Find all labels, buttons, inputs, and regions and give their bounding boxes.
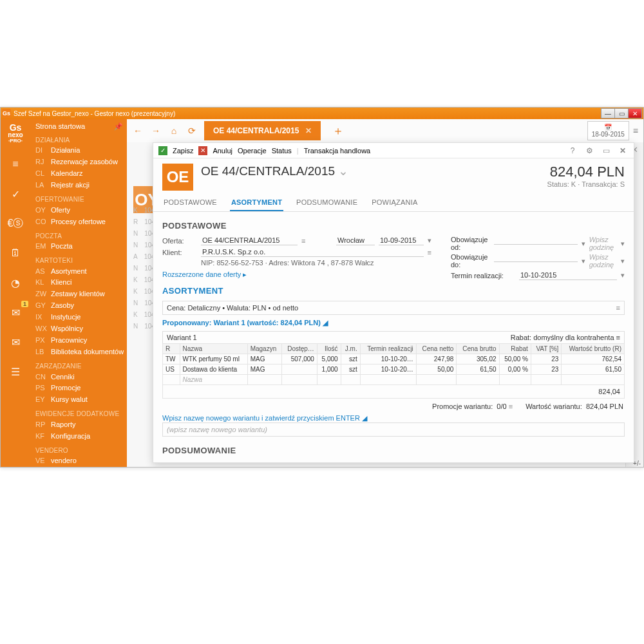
hamburger-icon[interactable]: ≡ [6, 155, 24, 173]
sidebar-item[interactable]: COProcesy ofertowe [35, 216, 127, 228]
sidebar-home[interactable]: Strona startowa [35, 122, 85, 132]
sidebar-item[interactable]: RJRezerwacje zasobów [35, 156, 127, 168]
title-bar: Gs Szef Szef na Gestor_nexo - Gestor nex… [1, 108, 643, 119]
window-buttons: — ▭ ✕ [601, 108, 642, 118]
maximize-button[interactable]: ▭ [614, 108, 629, 118]
sidebar-item[interactable]: RPRaporty [35, 419, 127, 431]
save-button[interactable]: Zapisz [173, 147, 193, 155]
valid-from-field[interactable] [494, 243, 578, 245]
window-title: Szef Szef na Gestor_nexo - Gestor nexo (… [14, 110, 175, 117]
new-variant-hint[interactable]: Wpisz nazwę nowego wariantu i zatwierdź … [162, 414, 625, 422]
deadline-field[interactable]: 10-10-2015 [519, 270, 617, 280]
status-menu[interactable]: Status [272, 147, 292, 155]
table-row[interactable]: TWWTK perfumy 50 mlMAG507,0005,000szt10-… [163, 354, 625, 365]
offer-date-field[interactable]: 10-09-2015 [379, 236, 424, 245]
doc-status-line: Status: K · Transakcja: S [547, 180, 625, 188]
sidebar-item[interactable]: KFKonfiguracja [35, 431, 127, 442]
pin-icon[interactable]: 📌 [114, 122, 123, 132]
section-asort-header: ASORTYMENT [162, 286, 625, 296]
variant-name[interactable]: Wariant 1 [167, 334, 197, 341]
sidebar-item[interactable]: WXWspólnicy [35, 323, 127, 335]
maximize-panel-icon[interactable]: ▭ [600, 146, 612, 155]
new-variant-input[interactable]: (wpisz nazwę nowego wariantu) [162, 422, 625, 437]
operations-menu[interactable]: Operacje [238, 147, 267, 155]
new-tab-icon[interactable]: ＋ [332, 123, 344, 138]
table-row[interactable]: USDostawa do klientaMAG1,000szt10-10-20…… [163, 365, 625, 375]
tab-podstawowe[interactable]: PODSTAWOWE [162, 194, 218, 211]
close-button[interactable]: ✕ [628, 108, 642, 118]
sidebar-item[interactable]: CNCenniki [35, 372, 127, 383]
tab-asortyment[interactable]: ASORTYMENT [230, 194, 283, 211]
tab-podsumowanie[interactable]: PODSUMOWANIE [295, 194, 359, 211]
items-table: RNazwaMagazynDostęp…IlośćJ.m.Termin real… [162, 343, 625, 385]
card-icon[interactable]: ☰ [6, 363, 24, 381]
refresh-icon[interactable]: ⟳ [186, 125, 198, 137]
sidebar-item[interactable]: KLKlienci [35, 277, 127, 289]
sidebar-group-header: EWIDENCJE DODATKOWE [35, 410, 127, 419]
mail-icon[interactable]: ✉ [6, 333, 24, 351]
panel-content: PODSTAWOWE Oferta: OE 44/CENTRALA/2015≡ … [153, 212, 634, 462]
sidebar-item[interactable]: IXInstytucje [35, 312, 127, 323]
sidebar-item[interactable]: CLKalendarz [35, 168, 127, 180]
save-icon[interactable]: ✓ [158, 146, 167, 155]
mail-badge-icon[interactable]: ✉1 [6, 303, 24, 321]
plus-minus-label[interactable]: +/- [633, 460, 641, 467]
valid-to-field[interactable] [494, 260, 578, 262]
doc-title: OE 44/CENTRALA/2015 [201, 164, 335, 178]
check-circle-icon[interactable]: ✓ [6, 185, 24, 203]
sidebar-group-header: POCZTA [35, 232, 127, 242]
city-field[interactable]: Wrocław [336, 236, 375, 245]
sidebar-group-header: OFERTOWANIE [35, 195, 127, 205]
close-panel-icon[interactable]: ✕ [617, 146, 629, 155]
cancel-icon[interactable]: ✕ [198, 146, 207, 155]
active-tab[interactable]: OE 44/CENTRALA/2015✕ [204, 121, 321, 140]
minimize-button[interactable]: — [601, 108, 615, 118]
application-window: Gs Szef Szef na Gestor_nexo - Gestor nex… [0, 107, 644, 468]
sidebar-item[interactable]: LBBiblioteka dokumentów [35, 346, 127, 358]
main-area: ← → ⌂ ⟳ OE 44/CENTRALA/2015✕ ＋ 📅18-09-20… [127, 119, 643, 467]
sidebar-item[interactable]: EMPoczta [35, 241, 127, 252]
home-icon[interactable]: ⌂ [168, 125, 180, 137]
tab-powiazania[interactable]: POWIĄZANIA [370, 194, 419, 211]
euro-icon[interactable]: €ⓢ [6, 214, 24, 232]
section-basic-header: PODSTAWOWE [162, 221, 625, 231]
sidebar-item[interactable]: ASAsortyment [35, 266, 127, 278]
sidebar-item[interactable]: OYOferty [35, 205, 127, 216]
sidebar-item[interactable]: VEvendero [35, 455, 127, 467]
table-total: 824,04 [162, 385, 625, 399]
sidebar-item[interactable]: PSPromocje [35, 383, 127, 394]
client-field[interactable]: P.R.U.S.K. Sp.z o.o. [201, 247, 424, 257]
panel-toolbar: ✓Zapisz ✕Anuluj Operacje Status | Transa… [153, 143, 634, 158]
proposed-variant-link[interactable]: Proponowany: Wariant 1 (wartość: 824,04 … [162, 319, 625, 327]
chevron-down-icon[interactable]: ⌄ [338, 164, 348, 178]
help-icon[interactable]: ? [567, 146, 578, 155]
menu-icon[interactable]: ≡ [633, 126, 638, 136]
gear-icon[interactable]: ⚙ [583, 146, 595, 155]
calendar-icon[interactable]: 🗓 [6, 244, 24, 262]
tab-close-icon[interactable]: ✕ [305, 126, 312, 135]
sidebar-item[interactable]: EYKursy walut [35, 394, 127, 406]
date-picker[interactable]: 📅18-09-2015 [587, 121, 629, 140]
section-summary-header: PODSUMOWANIE [162, 446, 625, 455]
sidebar-item[interactable]: LARejestr akcji [35, 180, 127, 191]
table-new-row[interactable]: Nazwa [163, 375, 625, 385]
sidebar-item[interactable]: GYZasoby [35, 300, 127, 312]
clock-icon[interactable]: ◔ [6, 274, 24, 292]
doc-amount: 824,04 PLN [547, 164, 625, 180]
cancel-button[interactable]: Anuluj [213, 147, 232, 155]
extended-data-link[interactable]: Rozszerzone dane oferty ▸ [162, 270, 247, 279]
sidebar-item[interactable]: PXPracownicy [35, 335, 127, 346]
sidebar-item[interactable]: ZWZestawy klientów [35, 289, 127, 300]
document-panel: ✓Zapisz ✕Anuluj Operacje Status | Transa… [153, 142, 634, 463]
top-nav: ← → ⌂ ⟳ OE 44/CENTRALA/2015✕ ＋ 📅18-09-20… [127, 119, 643, 142]
back-icon[interactable]: ← [132, 125, 144, 137]
product-logo: Gs nexo ·PRO· [8, 123, 23, 144]
section-tabs: PODSTAWOWE ASORTYMENT PODSUMOWANIE POWIĄ… [153, 194, 634, 212]
price-settings[interactable]: Cena: Detaliczny • Waluta: PLN • od nett… [167, 304, 298, 312]
offer-number-field[interactable]: OE 44/CENTRALA/2015 [201, 236, 298, 245]
rabat-settings[interactable]: Rabat: domyślny dla kontrahenta ≡ [511, 334, 620, 341]
transaction-menu[interactable]: Transakcja handlowa [304, 147, 371, 155]
forward-icon[interactable]: → [150, 125, 162, 137]
sidebar-item[interactable]: DIDziałania [35, 145, 127, 156]
sidebar-group-header: ZARZĄDZANIE [35, 362, 127, 372]
